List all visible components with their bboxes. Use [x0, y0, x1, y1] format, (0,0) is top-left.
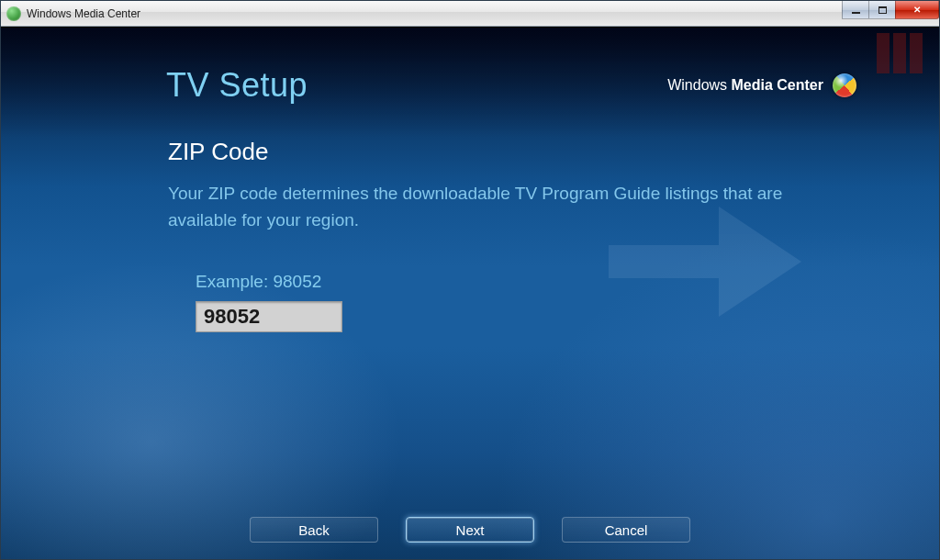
- window-controls: ✕: [843, 1, 939, 19]
- decor-stripes: [877, 33, 923, 73]
- close-icon: ✕: [913, 5, 921, 15]
- close-button[interactable]: ✕: [895, 1, 939, 19]
- brand-orb-icon: [833, 73, 856, 97]
- brand-text: Windows Media Center: [667, 77, 823, 94]
- app-icon: [6, 6, 21, 21]
- maximize-icon: [878, 6, 887, 14]
- example-label: Example: 98052: [196, 272, 838, 292]
- titlebar[interactable]: Windows Media Center ✕: [1, 1, 939, 27]
- example-block: Example: 98052: [196, 272, 838, 332]
- header-row: TV Setup Windows Media Center: [166, 66, 856, 105]
- window-title: Windows Media Center: [27, 7, 140, 20]
- next-button[interactable]: Next: [406, 517, 534, 543]
- minimize-button[interactable]: [842, 1, 869, 19]
- cancel-button[interactable]: Cancel: [562, 517, 690, 543]
- footer-buttons: Back Next Cancel: [1, 517, 939, 543]
- section-description: Your ZIP code determines the downloadabl…: [168, 181, 811, 233]
- brand: Windows Media Center: [667, 73, 856, 97]
- app-window: Windows Media Center ✕ TV Setup Windows …: [0, 0, 940, 560]
- content: ZIP Code Your ZIP code determines the do…: [168, 138, 838, 332]
- zip-code-input[interactable]: [196, 301, 342, 332]
- back-button[interactable]: Back: [250, 517, 378, 543]
- maximize-button[interactable]: [868, 1, 896, 19]
- client-area: TV Setup Windows Media Center ZIP Code Y…: [1, 27, 939, 559]
- section-title: ZIP Code: [168, 138, 838, 166]
- minimize-icon: [852, 12, 860, 14]
- page-title: TV Setup: [166, 66, 308, 105]
